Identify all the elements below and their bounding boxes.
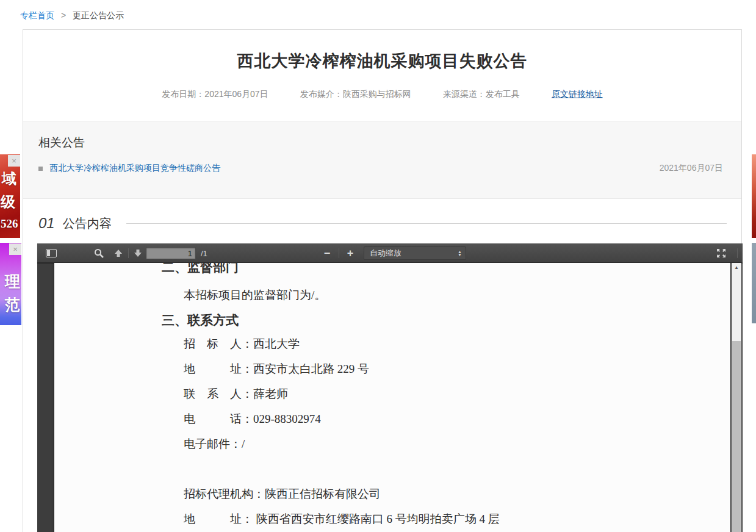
sidebar-toggle-button[interactable]	[43, 246, 59, 261]
doc-line-address: 地 址：西安市太白北路 229 号	[184, 361, 369, 377]
ad-text: 级	[1, 192, 15, 212]
doc-line-contact-person: 联 系 人：薛老师	[184, 386, 288, 402]
pdf-page: 二、监督部门 本招标项目的监督部门为/。 三、联系方式 招 标 人：西北大学 地…	[54, 263, 730, 532]
scrollbar-up-arrow-icon[interactable]: ▲	[732, 263, 741, 272]
original-link[interactable]: 原文链接地址	[552, 89, 603, 100]
article-meta-row: 发布日期：2021年06月07日 发布媒介：陕西采购与招标网 来源渠道：发布工具…	[23, 89, 741, 100]
breadcrumb-current: 更正公告公示	[73, 10, 124, 20]
breadcrumb-separator: >	[61, 10, 66, 20]
zoom-out-button[interactable]: −	[319, 246, 335, 261]
ad-banner-left-top[interactable]: 域 级 526	[0, 154, 20, 238]
presentation-mode-button[interactable]	[713, 246, 729, 261]
ad-banner-left-bottom[interactable]: 理 范	[0, 243, 21, 325]
doc-heading-contact: 三、联系方式	[162, 312, 239, 329]
pdf-viewer: /1 − + 自动缩放 ▲ ▼	[37, 243, 743, 532]
meta-publish-date: 发布日期：2021年06月07日	[162, 89, 268, 100]
toolbar-separator	[737, 248, 738, 258]
doc-line-agency: 招标代理机构：陕西正信招标有限公司	[184, 486, 381, 502]
doc-line-phone: 电 话：029-88302974	[184, 411, 321, 427]
scrollbar-thumb[interactable]	[732, 341, 741, 532]
meta-publish-medium: 发布媒介：陕西采购与招标网	[300, 89, 411, 100]
related-announcement-date: 2021年06月07日	[660, 163, 723, 174]
previous-page-button[interactable]	[110, 246, 126, 261]
doc-line-bidder: 招 标 人：西北大学	[184, 336, 300, 352]
related-list-item: 西北大学冷榨榨油机采购项目竞争性磋商公告 2021年06月07日	[38, 163, 723, 174]
fullscreen-icon	[716, 248, 726, 258]
page-number-input[interactable]	[146, 247, 196, 259]
article-header: 西北大学冷榨榨油机采购项目失败公告 发布日期：2021年06月07日 发布媒介：…	[23, 30, 741, 121]
pdf-toolbar: /1 − + 自动缩放 ▲ ▼	[37, 243, 743, 263]
ad-text: 理	[5, 271, 20, 292]
next-page-button[interactable]	[130, 246, 146, 261]
section-title: 公告内容	[63, 215, 112, 232]
arrow-down-icon	[134, 249, 142, 257]
pdf-scrollbar[interactable]: ▲	[732, 263, 741, 532]
related-announcement-link[interactable]: 西北大学冷榨榨油机采购项目竞争性磋商公告	[49, 163, 220, 174]
doc-line-agency-address: 地 址： 陕西省西安市红缨路南口 6 号均明拍卖广场 4 层	[184, 511, 500, 527]
section-divider-line	[126, 223, 727, 224]
zoom-select-value: 自动缩放	[370, 248, 401, 259]
content-section-header: 01 公告内容	[38, 215, 727, 232]
doc-para-supervision: 本招标项目的监督部门为/。	[184, 287, 326, 303]
zoom-in-button[interactable]: +	[342, 246, 358, 261]
minus-icon: −	[324, 248, 331, 259]
sidebar-toggle-icon	[46, 249, 57, 257]
search-button[interactable]	[91, 246, 107, 261]
ad-close-button[interactable]: ×	[8, 155, 20, 167]
arrow-up-icon	[114, 249, 123, 257]
related-heading: 相关公告	[38, 135, 85, 151]
meta-source-channel: 来源渠道：发布工具	[443, 89, 520, 100]
doc-heading-supervision: 二、监督部门	[162, 263, 239, 276]
ad-banner-right-bottom[interactable]	[752, 243, 756, 323]
ad-text: 范	[5, 295, 20, 315]
article-card: 西北大学冷榨榨油机采购项目失败公告 发布日期：2021年06月07日 发布媒介：…	[23, 29, 742, 532]
related-announcements-section: 相关公告 西北大学冷榨榨油机采购项目竞争性磋商公告 2021年06月07日	[23, 121, 741, 199]
plus-icon: +	[347, 248, 354, 259]
list-bullet-icon	[38, 167, 43, 171]
toolbar-separator	[339, 248, 339, 258]
toolbar-separator	[128, 248, 129, 258]
breadcrumb-home-link[interactable]: 专栏首页	[20, 10, 54, 20]
search-icon	[94, 248, 104, 258]
chevron-up-down-icon: ▲ ▼	[458, 250, 462, 256]
section-number: 01	[38, 215, 55, 232]
pdf-body: 二、监督部门 本招标项目的监督部门为/。 三、联系方式 招 标 人：西北大学 地…	[37, 263, 743, 532]
doc-line-email: 电子邮件：/	[184, 436, 245, 452]
ad-banner-right-top[interactable]	[752, 154, 756, 238]
breadcrumb: 专栏首页 > 更正公告公示	[20, 10, 124, 21]
ad-close-button[interactable]: ×	[9, 243, 21, 255]
ad-text: 域	[2, 169, 16, 189]
ad-text: 526	[1, 217, 18, 231]
page-count-label: /1	[201, 249, 207, 258]
page-title: 西北大学冷榨榨油机采购项目失败公告	[23, 30, 741, 72]
zoom-select[interactable]: 自动缩放 ▲ ▼	[364, 246, 466, 260]
